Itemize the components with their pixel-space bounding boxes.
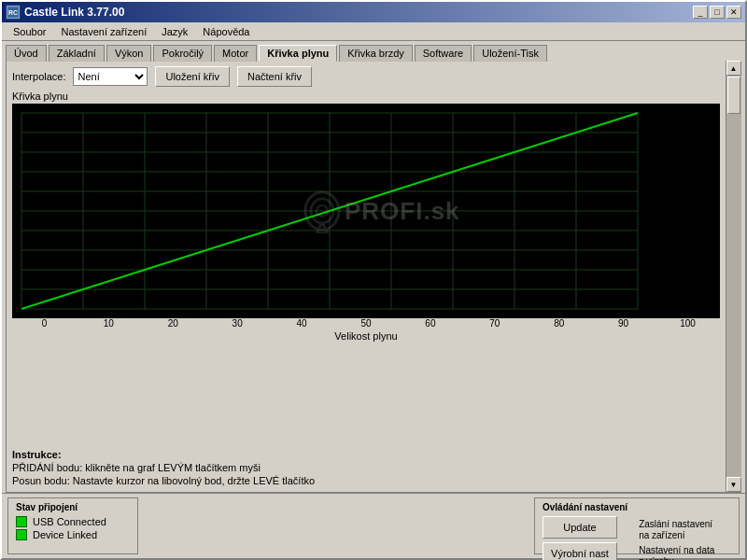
scroll-down-button[interactable]: ▼ [726, 477, 741, 492]
x-tick-0: 0 [12, 318, 77, 329]
window-title: Castle Link 3.77.00 [24, 6, 124, 19]
vyrobni-button[interactable]: Výrobní nast [543, 542, 617, 560]
update-label: Zaslání nastavenína zařízení [639, 519, 714, 541]
chart-area[interactable]: PROFI.sk [12, 104, 720, 318]
x-tick-100: 100 [655, 318, 720, 329]
ovladani-title: Ovládání nastavení [543, 502, 627, 512]
tab-motor[interactable]: Motor [214, 45, 257, 62]
maximize-button[interactable]: □ [710, 6, 725, 19]
tab-krivka-brzdy[interactable]: Křivka brzdy [339, 45, 413, 62]
stav-title: Stav připojení [16, 502, 130, 512]
x-tick-50: 50 [334, 318, 399, 329]
x-tick-40: 40 [270, 318, 334, 329]
title-bar-left: RC Castle Link 3.77.00 [6, 5, 124, 20]
x-tick-30: 30 [205, 318, 270, 329]
tab-pokrocily[interactable]: Pokročilý [153, 45, 212, 62]
tab-ulozeni-tisk[interactable]: Uložení-Tisk [473, 45, 547, 62]
menu-jazyk[interactable]: Jazyk [154, 24, 195, 39]
app-icon: RC [6, 5, 21, 20]
menu-napoveda[interactable]: Nápověda [195, 24, 257, 39]
chart-title: Křivka plynu [12, 91, 720, 102]
ovladani-buttons: Update Výrobní nast [543, 516, 617, 560]
stav-spacer [146, 497, 527, 554]
main-content: Interpolace: Není Lineární Kubická Ulože… [7, 61, 726, 492]
device-label: Device Linked [33, 529, 97, 540]
ovladani-box: Ovládání nastavení Update Výrobní nast Z… [534, 497, 740, 554]
stav-device-row: Device Linked [16, 529, 130, 540]
x-tick-10: 10 [77, 318, 141, 329]
update-button[interactable]: Update [543, 516, 617, 539]
interpolace-label: Interpolace: [12, 71, 65, 82]
tab-vykon[interactable]: Výkon [106, 45, 152, 62]
title-buttons: _ □ ✕ [693, 6, 741, 19]
stav-usb-row: USB Connected [16, 516, 130, 527]
menu-bar: Soubor Nastavení zařízení Jazyk Nápověda [2, 22, 745, 41]
interpolace-row: Interpolace: Není Lineární Kubická Ulože… [12, 66, 720, 87]
menu-soubor[interactable]: Soubor [6, 24, 53, 39]
tab-zakladni[interactable]: Základní [49, 45, 105, 62]
interpolace-select[interactable]: Není Lineární Kubická [73, 67, 148, 86]
title-bar: RC Castle Link 3.77.00 _ □ ✕ [2, 2, 745, 22]
close-button[interactable]: ✕ [726, 6, 741, 19]
x-axis-label: Velikost plynu [12, 330, 720, 342]
scrollbar-thumb[interactable] [727, 77, 740, 114]
tab-uvod[interactable]: Úvod [6, 45, 47, 62]
ovladani-labels: Zaslání nastavenína zařízení Nastavení n… [639, 519, 714, 550]
ulozeni-kriv-button[interactable]: Uložení křiv [155, 66, 229, 87]
tab-software[interactable]: Software [415, 45, 472, 62]
x-tick-20: 20 [141, 318, 205, 329]
scrollbar-track[interactable] [726, 76, 741, 477]
main-window: RC Castle Link 3.77.00 _ □ ✕ Soubor Nast… [0, 0, 747, 560]
usb-led [16, 516, 27, 527]
stav-box: Stav připojení USB Connected Device Link… [7, 497, 138, 554]
x-tick-90: 90 [591, 318, 655, 329]
x-tick-60: 60 [398, 318, 462, 329]
device-led [16, 529, 27, 540]
nacteni-kriv-button[interactable]: Načtení křiv [237, 66, 312, 87]
usb-label: USB Connected [33, 516, 106, 527]
vyrobni-label: Nastavení na dataz výroby [639, 545, 714, 560]
tabs-bar: Úvod Základní Výkon Pokročilý Motor Křiv… [2, 41, 745, 61]
instructions-title: Instrukce: [12, 449, 62, 460]
instructions: Instrukce: PŘIDÁNÍ bodu: klikněte na gra… [12, 449, 720, 486]
scroll-up-button[interactable]: ▲ [726, 61, 741, 76]
instruction-line-2: Posun bodu: Nastavte kurzor na libovolný… [12, 475, 720, 486]
tab-krivka-plynu[interactable]: Křivka plynu [259, 45, 337, 62]
status-bar: Stav připojení USB Connected Device Link… [2, 493, 745, 558]
menu-nastaveni[interactable]: Nastavení zařízení [53, 24, 154, 39]
x-axis-ticks: 0 10 20 30 40 50 60 70 80 90 100 [12, 318, 720, 329]
instruction-line-1: PŘIDÁNÍ bodu: klikněte na graf LEVÝM tla… [12, 462, 720, 473]
x-tick-70: 70 [462, 318, 527, 329]
chart-container: Křivka plynu PROF [12, 91, 720, 445]
scrollbar: ▲ ▼ [726, 61, 740, 492]
x-tick-80: 80 [527, 318, 591, 329]
minimize-button[interactable]: _ [693, 6, 708, 19]
svg-text:RC: RC [8, 9, 18, 16]
